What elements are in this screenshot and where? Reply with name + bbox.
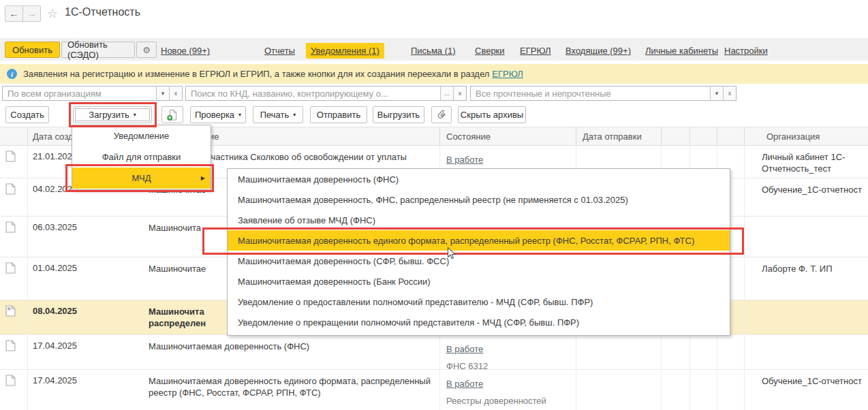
refresh-button[interactable]: Обновить: [5, 42, 60, 58]
organization-filter-clear-icon[interactable]: x: [169, 86, 182, 100]
paperclip-icon: [437, 110, 447, 120]
tab-notifications[interactable]: Уведомления (1): [306, 43, 384, 59]
refresh-sedo-button[interactable]: Обновить (СЭДО): [61, 42, 135, 58]
document-icon: [5, 151, 16, 162]
document-icon: [5, 221, 16, 233]
row-date: 17.04.2025: [33, 375, 77, 385]
row-date: 08.04.2025: [33, 306, 77, 316]
row-kind: Машиночитаемая доверенность (ФНС): [149, 341, 435, 352]
row-kind: Машиночитаемая доверенность единого форм…: [149, 375, 435, 398]
settings-gear-button[interactable]: ⚙: [136, 42, 157, 58]
hide-archives-button[interactable]: Скрыть архивы: [458, 106, 526, 123]
row-date: 17.04.2025: [33, 341, 77, 351]
back-button[interactable]: ←: [5, 5, 23, 22]
menu-item-notification[interactable]: Уведомление: [72, 125, 211, 146]
table-row[interactable]: 17.04.2025 Машиночитаемая доверенность (…: [0, 335, 868, 370]
column-divider: [27, 146, 28, 410]
create-button[interactable]: Создать: [5, 106, 49, 123]
row-organization: Обучение_1С-отчетност: [762, 184, 868, 195]
submenu-item-mchd-fns[interactable]: Машиночитаемая доверенность (ФНС): [228, 169, 730, 189]
1c-reporting-window: ← → ☆ 1С-Отчетность Обновить Обновить (С…: [0, 0, 868, 410]
row-organization: Лаборте Ф. Т. ИП: [762, 263, 868, 274]
search-input[interactable]: [186, 86, 440, 100]
caret-down-icon: ▾: [293, 112, 296, 118]
column-date-sent[interactable]: Дата отправки: [583, 131, 642, 142]
organization-filter-input[interactable]: [3, 86, 156, 100]
page-title: 1С-Отчетность: [65, 6, 140, 18]
back-arrow-icon: ←: [10, 8, 19, 19]
column-divider: [744, 127, 745, 146]
column-divider: [689, 127, 690, 146]
row-status-link[interactable]: В работе: [446, 379, 483, 389]
unload-button[interactable]: Выгрузить: [373, 106, 424, 123]
column-divider: [27, 127, 28, 146]
read-state-dropdown-icon[interactable]: ▾: [710, 86, 723, 100]
submenu-item-mchd-fns-registry[interactable]: Машиночитаемая доверенность, ФНС, распре…: [228, 189, 730, 210]
print-button[interactable]: Печать▾: [253, 106, 303, 123]
mouse-cursor-icon: [447, 247, 456, 261]
tab-reports[interactable]: Отчеты: [264, 46, 295, 56]
load-from-file-button[interactable]: [161, 106, 183, 123]
table-row[interactable]: 17.04.2025 Машиночитаемая доверенность е…: [0, 370, 868, 410]
check-button[interactable]: Проверка▾: [190, 106, 246, 123]
forward-arrow-icon: →: [27, 8, 37, 19]
unified-format-annotation: [202, 227, 744, 255]
read-state-filter: ▾ x: [470, 86, 737, 101]
search-clear-icon[interactable]: x: [453, 86, 466, 100]
tab-personal-accounts[interactable]: Личные кабинеты: [645, 46, 718, 56]
submenu-item-mchd-bank[interactable]: Машиночитаемая доверенность (Банк России…: [228, 271, 730, 291]
organization-filter: ▾ x: [2, 86, 183, 101]
row-status-link[interactable]: В работе: [446, 344, 483, 354]
column-divider: [717, 127, 717, 146]
command-toolbar: Обновить Обновить (СЭДО) ⚙ Новое (99+) О…: [0, 38, 868, 61]
row-status-note: Реестры доверенностей: [446, 396, 546, 406]
submenu-item-terminate-authority[interactable]: Уведомление о прекращении полномочий пре…: [228, 312, 730, 332]
document-icon: [5, 340, 16, 351]
row-date: 21.01.2025: [33, 151, 77, 161]
submenu-item-grant-authority[interactable]: Уведомление о предоставлении полномочий …: [228, 291, 730, 312]
document-edit-icon: [5, 305, 16, 317]
tab-settings[interactable]: Настройки: [724, 46, 768, 56]
row-status-link[interactable]: В работе: [446, 155, 483, 165]
notice-text: Заявления на регистрацию и изменение в Е…: [23, 69, 489, 79]
tab-new[interactable]: Новое (99+): [161, 46, 210, 56]
read-state-input[interactable]: [471, 86, 710, 100]
favorite-star-icon[interactable]: ☆: [47, 6, 58, 21]
info-icon: i: [7, 69, 17, 79]
caret-down-icon: ▾: [238, 112, 241, 118]
attachment-button[interactable]: [431, 106, 452, 123]
row-organization: Обучение_1С-отчетност: [762, 375, 868, 387]
column-divider: [439, 127, 440, 146]
column-organization[interactable]: Организация: [766, 131, 820, 142]
tab-reconciliations[interactable]: Сверки: [475, 46, 505, 56]
search-filter: ... x: [185, 86, 467, 101]
document-plus-icon: [166, 109, 179, 121]
search-more-icon[interactable]: ...: [440, 86, 453, 100]
document-icon: [5, 375, 16, 386]
document-icon: [5, 262, 16, 274]
egrul-link[interactable]: ЕГРЮЛ: [492, 69, 523, 79]
send-button[interactable]: Отправить: [310, 106, 367, 123]
column-divider: [744, 146, 745, 410]
load-button-annotation: [69, 102, 157, 127]
document-icon: [5, 183, 16, 195]
tab-incoming[interactable]: Входящие (99+): [565, 46, 631, 56]
row-date: 06.03.2025: [33, 222, 77, 232]
column-divider: [661, 127, 662, 146]
read-state-clear-icon[interactable]: x: [723, 86, 736, 100]
row-date: 01.04.2025: [33, 263, 77, 273]
forward-button[interactable]: →: [22, 5, 41, 22]
notice-bar: i Заявления на регистрацию и изменение в…: [0, 64, 868, 84]
column-divider: [576, 127, 576, 146]
gear-icon: ⚙: [142, 45, 151, 55]
row-organization: Личный кабинет 1С-Отчетность_тест: [762, 151, 868, 174]
organization-filter-dropdown-icon[interactable]: ▾: [156, 86, 169, 100]
column-status[interactable]: Состояние: [446, 131, 491, 142]
tab-egrul[interactable]: ЕГРЮЛ: [520, 46, 551, 56]
mchd-item-annotation: [65, 164, 214, 192]
tab-letters[interactable]: Письма (1): [411, 46, 456, 56]
